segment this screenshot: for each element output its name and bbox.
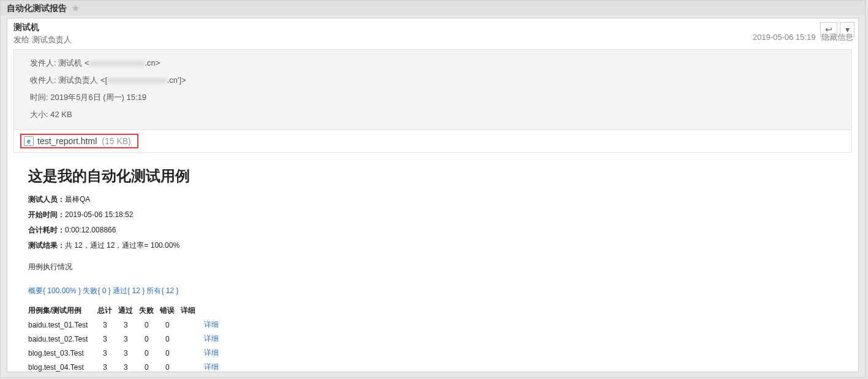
- cell-total: 3: [97, 360, 118, 372]
- email-body: 这是我的自动化测试用例 测试人员：最棒QA 开始时间：2019-05-06 15…: [7, 153, 858, 372]
- header-right-meta: 2019-05-06 15:19 隐藏信息: [753, 32, 853, 43]
- cell-pass: 3: [118, 360, 139, 372]
- filter-fail[interactable]: 失败{ 0 }: [83, 286, 110, 295]
- details-size-row: 大小: 42 KB: [30, 106, 842, 123]
- html-file-icon: e: [24, 136, 34, 146]
- cell-fail: 0: [139, 332, 160, 346]
- result-label: 测试结果：: [28, 241, 65, 250]
- hide-info-link[interactable]: 隐藏信息: [818, 33, 853, 42]
- details-panel: 发件人: 测试机 <xxxxxxxxxxxxxx.cn> 收件人: 测试负责人 …: [13, 49, 852, 130]
- size-label: 大小:: [30, 110, 48, 119]
- star-icon[interactable]: ★: [69, 3, 80, 13]
- th-detail: 详细: [181, 304, 247, 318]
- cell-err: 0: [160, 346, 181, 360]
- details-time-row: 时间: 2019年5月6日 (周一) 15:19: [30, 89, 842, 106]
- report-title: 这是我的自动化测试用例: [28, 166, 843, 186]
- cell-fail: 0: [139, 346, 160, 360]
- cell-pass: 3: [118, 318, 139, 332]
- detail-link[interactable]: 详细: [204, 320, 219, 329]
- recip-label: 发给: [13, 35, 29, 44]
- email-header: ↩ ▾ 测试机 发给 测试负责人 2019-05-06 15:19 隐藏信息: [7, 18, 858, 45]
- detail-link[interactable]: 详细: [204, 334, 219, 343]
- start-value: 2019-05-06 15:18:52: [65, 210, 133, 219]
- th-pass: 通过: [118, 304, 139, 318]
- duration-value: 0:00:12.008866: [65, 226, 116, 234]
- to-addr-blur: xxxxxxxxxxxxxxx: [107, 75, 167, 85]
- attachment-bar: e test_report.html (15 KB): [13, 130, 852, 153]
- tester-label: 测试人员：: [28, 195, 65, 204]
- time-value: 2019年5月6日 (周一) 15:19: [50, 93, 146, 102]
- cell-name: blog.test_04.Test: [28, 360, 97, 372]
- result-filters: 概要{ 100.00% } 失败{ 0 } 通过{ 12 } 所有{ 12 }: [28, 286, 843, 296]
- sender-name: 测试机: [13, 21, 852, 33]
- detail-link[interactable]: 详细: [204, 362, 219, 371]
- from-label: 发件人:: [30, 58, 56, 67]
- cell-name: baidu.test_02.Test: [28, 332, 97, 346]
- results-table: 用例集/测试用例 总计 通过 失败 错误 详细 baidu.test_01.Te…: [28, 304, 247, 372]
- recip-name: 测试负责人: [32, 35, 72, 44]
- cell-name: baidu.test_01.Test: [28, 318, 97, 332]
- window-titlebar: 自动化测试报告 ★: [1, 1, 865, 15]
- attachment-size: (15 KB): [97, 136, 130, 146]
- to-addr-left: <[: [100, 75, 107, 85]
- detail-link[interactable]: 详细: [204, 348, 219, 357]
- time-label: 时间:: [30, 93, 48, 102]
- table-row: blog.test_03.Test3300详细: [28, 346, 247, 360]
- from-addr-blur: xxxxxxxxxxxxxx: [89, 58, 145, 67]
- cell-err: 0: [160, 360, 181, 372]
- start-label: 开始时间：: [28, 210, 65, 219]
- exec-heading: 用例执行情况: [28, 262, 843, 272]
- to-label: 收件人:: [30, 75, 56, 85]
- window-title: 自动化测试报告: [7, 3, 67, 13]
- cell-err: 0: [160, 332, 181, 346]
- th-fail: 失败: [139, 304, 160, 318]
- th-err: 错误: [160, 304, 181, 318]
- table-row: baidu.test_01.Test3300详细: [28, 318, 247, 332]
- duration-label: 合计耗时：: [28, 226, 65, 234]
- cell-name: blog.test_03.Test: [28, 346, 97, 360]
- recipient-line: 发给 测试负责人: [13, 33, 852, 45]
- th-name: 用例集/测试用例: [28, 304, 97, 318]
- from-value: 测试机: [58, 58, 82, 67]
- cell-fail: 0: [139, 318, 160, 332]
- th-total: 总计: [97, 304, 118, 318]
- cell-total: 3: [97, 332, 118, 346]
- table-row: baidu.test_02.Test3300详细: [28, 332, 247, 346]
- size-value: 42 KB: [50, 110, 72, 119]
- table-row: blog.test_04.Test3300详细: [28, 360, 247, 372]
- filter-pass[interactable]: 通过{ 12 }: [113, 286, 145, 295]
- details-to-row: 收件人: 测试负责人 <[xxxxxxxxxxxxxxx.cn']>: [30, 72, 842, 89]
- tester-value: 最棒QA: [65, 195, 90, 204]
- cell-err: 0: [160, 318, 181, 332]
- filter-all[interactable]: 所有{ 12 }: [146, 286, 178, 295]
- cell-total: 3: [97, 318, 118, 332]
- header-datetime: 2019-05-06 15:19: [753, 33, 816, 42]
- report-meta: 测试人员：最棒QA 开始时间：2019-05-06 15:18:52 合计耗时：…: [28, 194, 843, 251]
- cell-pass: 3: [118, 332, 139, 346]
- cell-fail: 0: [139, 360, 160, 372]
- attachment-item[interactable]: e test_report.html (15 KB): [20, 134, 138, 148]
- attachment-name: test_report.html: [37, 136, 97, 146]
- from-addr-right: .cn>: [145, 58, 160, 67]
- details-from-row: 发件人: 测试机 <xxxxxxxxxxxxxx.cn>: [30, 55, 842, 72]
- to-value: 测试负责人: [58, 75, 98, 85]
- result-value: 共 12，通过 12，通过率= 100.00%: [65, 241, 179, 250]
- filter-summary[interactable]: 概要{ 100.00% }: [28, 286, 81, 295]
- email-window: 自动化测试报告 ★ ↩ ▾ 测试机 发给 测试负责人 2019-05-06 15…: [0, 0, 866, 378]
- to-addr-right: .cn']>: [167, 75, 186, 85]
- cell-total: 3: [97, 346, 118, 360]
- email-content: ↩ ▾ 测试机 发给 测试负责人 2019-05-06 15:19 隐藏信息 发…: [7, 18, 859, 372]
- cell-pass: 3: [118, 346, 139, 360]
